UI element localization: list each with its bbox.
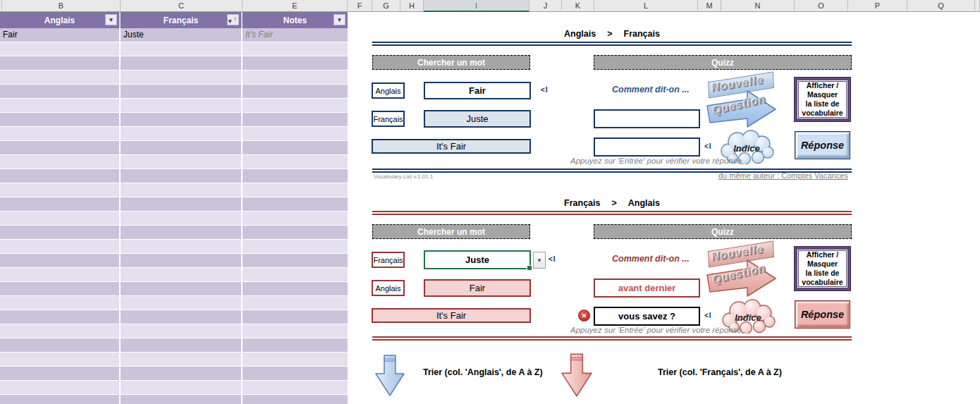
column-header-L[interactable]: L (594, 0, 698, 12)
cell[interactable] (0, 113, 121, 126)
cell[interactable] (121, 296, 243, 310)
cell[interactable] (121, 226, 243, 239)
cell[interactable] (243, 226, 348, 239)
cell[interactable] (0, 254, 121, 267)
cell[interactable] (243, 197, 348, 211)
cell[interactable] (0, 169, 121, 183)
toggle-vocab-list-button-fr[interactable]: Afficher / Masquer la liste de vocabulai… (795, 247, 850, 290)
column-header-P[interactable]: P (848, 0, 907, 12)
cell[interactable] (243, 282, 348, 295)
column-header-J[interactable]: J (529, 0, 562, 12)
cell[interactable] (0, 155, 121, 169)
cell[interactable] (243, 240, 348, 253)
cell[interactable] (121, 113, 243, 126)
cell[interactable] (121, 367, 243, 380)
cell[interactable] (243, 254, 348, 267)
cell[interactable] (243, 71, 348, 84)
cell[interactable] (0, 127, 121, 140)
column-header-N[interactable]: N (721, 0, 795, 12)
cell[interactable] (121, 381, 243, 394)
answer-button-fr[interactable]: Réponse (795, 300, 850, 329)
quiz-button-en[interactable]: Quizz (594, 55, 852, 70)
cell[interactable] (243, 367, 348, 380)
cell[interactable] (0, 183, 121, 197)
cell[interactable] (0, 338, 121, 352)
cell[interactable] (0, 71, 121, 84)
answer-button-en[interactable]: Réponse (795, 131, 850, 159)
cell[interactable] (243, 127, 348, 140)
cell[interactable] (121, 42, 243, 56)
cell[interactable] (121, 353, 243, 366)
cell[interactable] (121, 169, 243, 183)
cell[interactable]: Fair (0, 28, 121, 42)
cell[interactable] (121, 338, 243, 352)
toggle-vocab-list-button-en[interactable]: Afficher / Masquer la liste de vocabulai… (795, 78, 850, 121)
cell[interactable] (243, 338, 348, 352)
search-word-button-fr[interactable]: Chercher un mot (372, 224, 530, 239)
cell[interactable] (243, 155, 348, 169)
cell[interactable] (243, 212, 348, 225)
cell[interactable]: Juste (121, 28, 243, 42)
cell[interactable] (0, 42, 121, 56)
sort-anglais-arrow-button[interactable] (374, 354, 405, 398)
column-header-I[interactable]: I (424, 0, 529, 12)
cell[interactable] (121, 56, 243, 70)
cell[interactable] (0, 367, 121, 380)
cell[interactable] (243, 183, 348, 197)
column-header-francais[interactable]: Français (121, 12, 243, 28)
cell[interactable] (243, 268, 348, 281)
cell[interactable] (243, 85, 348, 98)
cell[interactable] (0, 197, 121, 211)
cell[interactable] (121, 310, 243, 324)
quiz-answer-input-2-en[interactable] (594, 137, 700, 157)
cell[interactable] (0, 212, 121, 225)
cell[interactable] (243, 310, 348, 324)
cell[interactable] (121, 268, 243, 281)
cell[interactable] (0, 226, 121, 239)
cell[interactable] (243, 56, 348, 70)
cell[interactable] (0, 381, 121, 394)
cell[interactable] (243, 99, 348, 112)
cell[interactable] (243, 169, 348, 183)
cell[interactable] (0, 141, 121, 154)
cell[interactable] (121, 240, 243, 253)
column-header-notes[interactable]: Notes (243, 12, 348, 28)
cell[interactable] (0, 56, 121, 70)
cell[interactable] (121, 395, 243, 404)
cell[interactable] (0, 353, 121, 366)
cell[interactable] (243, 395, 348, 404)
column-header-C[interactable]: C (121, 0, 243, 12)
cell[interactable] (121, 324, 243, 338)
filter-dropdown-icon[interactable] (105, 14, 117, 25)
column-header-O[interactable]: O (795, 0, 848, 12)
search-word-input-en[interactable] (424, 82, 531, 99)
cell[interactable] (121, 85, 243, 98)
cell[interactable] (121, 155, 243, 169)
quiz-button-fr[interactable]: Quizz (594, 224, 852, 239)
column-header-E[interactable]: E (243, 0, 348, 12)
cell[interactable] (121, 141, 243, 154)
column-header-G[interactable]: G (372, 0, 400, 12)
cell[interactable] (243, 353, 348, 366)
cell[interactable] (0, 324, 121, 338)
cell[interactable] (243, 324, 348, 338)
cell[interactable]: It's Fair (243, 28, 348, 42)
cell[interactable] (121, 197, 243, 211)
cell[interactable] (243, 296, 348, 310)
quiz-answer-input-fr[interactable] (594, 307, 700, 326)
cell[interactable] (0, 395, 121, 404)
column-header-K[interactable]: K (562, 0, 594, 12)
cell[interactable] (121, 127, 243, 140)
column-header-H[interactable]: H (400, 0, 424, 12)
cell[interactable] (121, 71, 243, 84)
quiz-answer-input-1-en[interactable] (594, 109, 700, 128)
cell[interactable] (0, 99, 121, 112)
column-header-M[interactable]: M (698, 0, 721, 12)
cell[interactable] (121, 99, 243, 112)
cell[interactable] (0, 296, 121, 310)
cell[interactable] (243, 113, 348, 126)
cell[interactable] (0, 282, 121, 295)
cell[interactable] (0, 85, 121, 98)
column-header-Q[interactable]: Q (907, 0, 975, 12)
cell[interactable] (243, 381, 348, 394)
